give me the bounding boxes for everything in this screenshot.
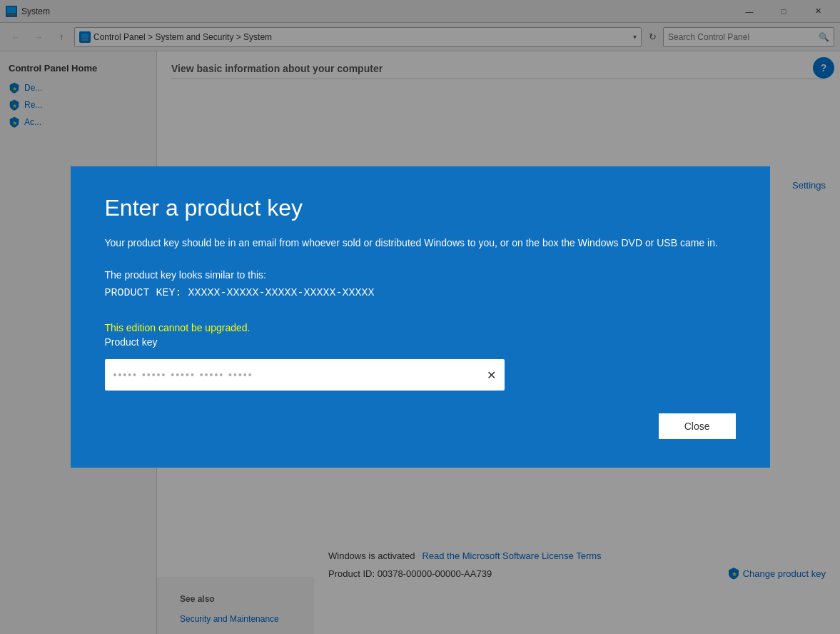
dialog-warning: This edition cannot be upgraded.: [105, 322, 736, 333]
dialog-description: Your product key should be in an email f…: [105, 236, 736, 251]
product-key-dialog: Enter a product key Your product key sho…: [71, 166, 770, 468]
dialog-input-wrapper[interactable]: ✕: [105, 359, 505, 391]
dialog-title: Enter a product key: [105, 195, 736, 221]
dialog-key-example-label: The product key looks similar to this:: [105, 268, 736, 283]
dialog-field-label: Product key: [105, 336, 736, 348]
dialog-input-row: ✕: [105, 359, 736, 391]
modal-overlay: Enter a product key Your product key sho…: [0, 0, 840, 634]
product-key-input[interactable]: [113, 369, 487, 381]
dialog-close-button[interactable]: Close: [659, 413, 736, 439]
dialog-buttons: Close: [105, 413, 736, 439]
clear-input-button[interactable]: ✕: [487, 368, 496, 382]
dialog-key-example-value: PRODUCT KEY: XXXXX-XXXXX-XXXXX-XXXXX-XXX…: [105, 287, 736, 299]
